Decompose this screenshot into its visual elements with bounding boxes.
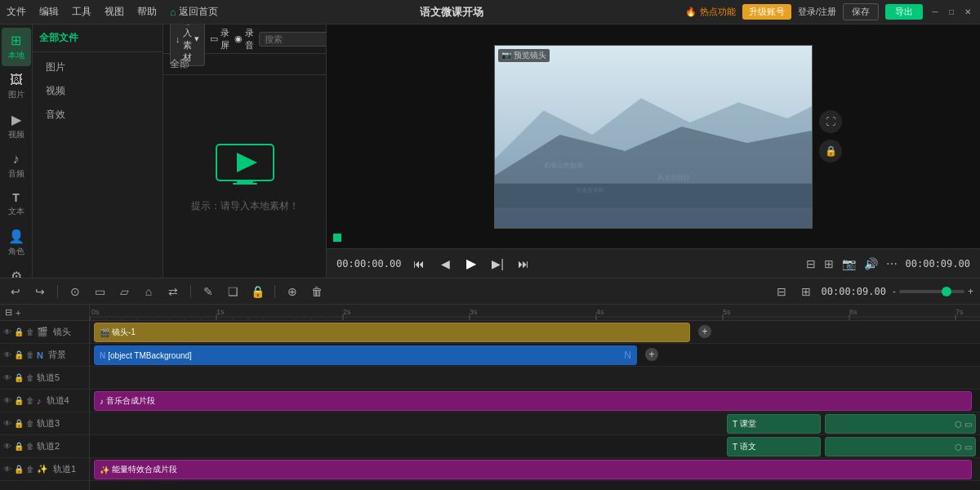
export-button[interactable]: 导出 — [885, 4, 923, 20]
sidebar-item-video[interactable]: ▶ 视频 — [2, 107, 31, 145]
layer-button[interactable]: ❑ — [224, 283, 242, 301]
lock-button[interactable]: 🔒 — [819, 140, 842, 163]
track-vis-t1[interactable]: 👁 — [3, 465, 11, 474]
step-back-button[interactable]: ◀ — [437, 257, 453, 270]
content-all-tab[interactable]: 全部 — [163, 54, 326, 75]
track-lock-t3[interactable]: 🔒 — [14, 419, 24, 428]
close-button[interactable]: ✕ — [962, 7, 973, 18]
draw-button[interactable]: ✎ — [199, 283, 217, 301]
menu-view[interactable]: 视图 — [105, 5, 124, 19]
track-row-t5[interactable] — [90, 367, 980, 390]
track-vis-t3[interactable]: 👁 — [3, 419, 11, 428]
timeline-settings-2[interactable]: ⊞ — [797, 283, 815, 301]
track-clip-bg[interactable]: N [object TMBackground] N — [94, 345, 637, 365]
menu-file[interactable]: 文件 — [7, 5, 26, 19]
fullscreen-button[interactable]: ⛶ — [819, 110, 842, 133]
remove-button[interactable]: 🗑 — [308, 283, 326, 301]
login-button[interactable]: 登录/注册 — [798, 6, 836, 18]
media-photo-tab[interactable]: 图片 — [33, 56, 163, 79]
media-video-tab[interactable]: 视频 — [33, 79, 163, 103]
minimize-button[interactable]: ─ — [929, 7, 941, 18]
redo-button[interactable]: ↪ — [31, 283, 49, 301]
track-del-t4[interactable]: 🗑 — [26, 396, 34, 405]
timeline-tracks[interactable]: 0s 1s — [90, 305, 980, 490]
lock-all-button[interactable]: 🔒 — [248, 283, 266, 301]
skip-end-button[interactable]: ⏭ — [515, 257, 532, 270]
track-vis-lens[interactable]: 👁 — [3, 327, 11, 336]
track-del-t3[interactable]: 🗑 — [26, 419, 34, 428]
hot-feature[interactable]: 🔥 热点功能 — [685, 6, 736, 18]
snap-button[interactable]: ⊙ — [66, 283, 84, 301]
track-row-t3[interactable]: T 课堂 ⬡ ▭ — [90, 412, 980, 435]
track-row-bg[interactable]: N [object TMBackground] N + — [90, 344, 980, 367]
subtitle-button[interactable]: ⊟ — [806, 257, 816, 270]
add-track-button[interactable]: + — [16, 308, 20, 318]
split-button[interactable]: ▭ — [91, 283, 109, 301]
reverse-button[interactable]: ⇄ — [164, 283, 182, 301]
zoom-slider[interactable] — [899, 290, 964, 293]
clip-label-t2-a: 语文 — [740, 441, 756, 452]
sidebar-item-role[interactable]: 👤 角色 — [2, 224, 31, 262]
sidebar-item-local[interactable]: ⊞ 本地 — [2, 28, 31, 66]
zoom-out-button[interactable]: - — [893, 286, 896, 297]
upgrade-button[interactable]: 升级账号 — [742, 4, 791, 20]
track-lock-lens[interactable]: 🔒 — [14, 327, 24, 336]
add-button[interactable]: ⊕ — [283, 283, 301, 301]
track-lock-bg[interactable]: 🔒 — [14, 350, 24, 359]
sidebar-item-plugin[interactable]: ⚙ 插件 — [2, 264, 31, 278]
track-row-lens[interactable]: 🎬 镜头-1 + — [90, 321, 980, 344]
menu-edit[interactable]: 编辑 — [39, 5, 59, 19]
media-audio-tab[interactable]: 音效 — [33, 103, 163, 127]
track-vis-bg[interactable]: 👁 — [3, 350, 11, 359]
menu-help[interactable]: 帮助 — [137, 5, 157, 19]
screen-record-button[interactable]: ▭ 录屏 — [210, 27, 229, 51]
step-forward-button[interactable]: ▶| — [489, 257, 506, 270]
add-clip-bg[interactable]: + — [645, 348, 658, 361]
crop-button[interactable]: ▱ — [115, 283, 133, 301]
timeline-settings-1[interactable]: ⊟ — [773, 283, 791, 301]
play-button[interactable]: ▶ — [463, 256, 479, 271]
track-del-lens[interactable]: 🗑 — [26, 327, 34, 336]
undo-button[interactable]: ↩ — [7, 283, 24, 301]
maximize-button[interactable]: □ — [946, 7, 957, 18]
track-del-t5[interactable]: 🗑 — [26, 373, 34, 382]
volume-button[interactable]: 🔊 — [864, 257, 878, 270]
track-clip-t1[interactable]: ✨ 能量特效合成片段 — [94, 460, 972, 479]
track-vis-t2[interactable]: 👁 — [3, 442, 11, 451]
sidebar-item-photo[interactable]: 🖼 图片 — [2, 68, 31, 105]
track-clip-t2-b[interactable]: ⬡ ▭ — [825, 437, 976, 457]
track-del-t1[interactable]: 🗑 — [26, 465, 34, 474]
media-all-files-tab[interactable]: 全部文件 — [39, 32, 78, 43]
track-lock-t1[interactable]: 🔒 — [14, 465, 24, 474]
speed-button[interactable]: ⌂ — [140, 283, 158, 301]
track-del-bg[interactable]: 🗑 — [26, 350, 34, 359]
track-clip-lens[interactable]: 🎬 镜头-1 — [94, 323, 690, 342]
track-vis-t5[interactable]: 👁 — [3, 373, 11, 382]
track-lock-t4[interactable]: 🔒 — [14, 396, 24, 405]
add-clip-lens[interactable]: + — [698, 325, 711, 338]
track-clip-t4[interactable]: ♪ 音乐合成片段 — [94, 391, 972, 411]
track-clip-t3-b[interactable]: ⬡ ▭ — [825, 414, 976, 434]
menu-tools[interactable]: 工具 — [72, 5, 91, 19]
track-clip-t3-a[interactable]: T 课堂 — [727, 414, 821, 434]
track-del-t2[interactable]: 🗑 — [26, 442, 34, 451]
track-vis-t4[interactable]: 👁 — [3, 396, 11, 405]
track-lock-t5[interactable]: 🔒 — [14, 373, 24, 382]
zoom-in-button[interactable]: + — [968, 286, 973, 297]
track-clip-t2-a[interactable]: T 语文 — [727, 437, 821, 457]
screenshot-button[interactable]: 📷 — [842, 257, 856, 270]
track-name-t2: 轨道2 — [37, 440, 86, 452]
save-button[interactable]: 保存 — [843, 3, 879, 20]
track-row-t4[interactable]: ♪ 音乐合成片段 — [90, 390, 980, 412]
sidebar-item-text[interactable]: T 文本 — [2, 186, 31, 222]
skip-start-button[interactable]: ⏮ — [411, 257, 427, 270]
track-row-t2[interactable]: T 语文 ⬡ ▭ — [90, 435, 980, 458]
return-button[interactable]: ⌂ 返回首页 — [170, 5, 218, 19]
track-lock-t2[interactable]: 🔒 — [14, 442, 24, 451]
audio-record-button[interactable]: ◉ 录音 — [234, 27, 254, 51]
track-row-t1[interactable]: ✨ 能量特效合成片段 — [90, 458, 980, 481]
grid-overlay-button[interactable]: ⊞ — [824, 257, 834, 270]
fit-all-button[interactable]: ⊟ — [5, 307, 12, 318]
sidebar-item-audio[interactable]: ♪ 音频 — [2, 147, 31, 185]
settings-button[interactable]: ⋯ — [886, 257, 898, 270]
